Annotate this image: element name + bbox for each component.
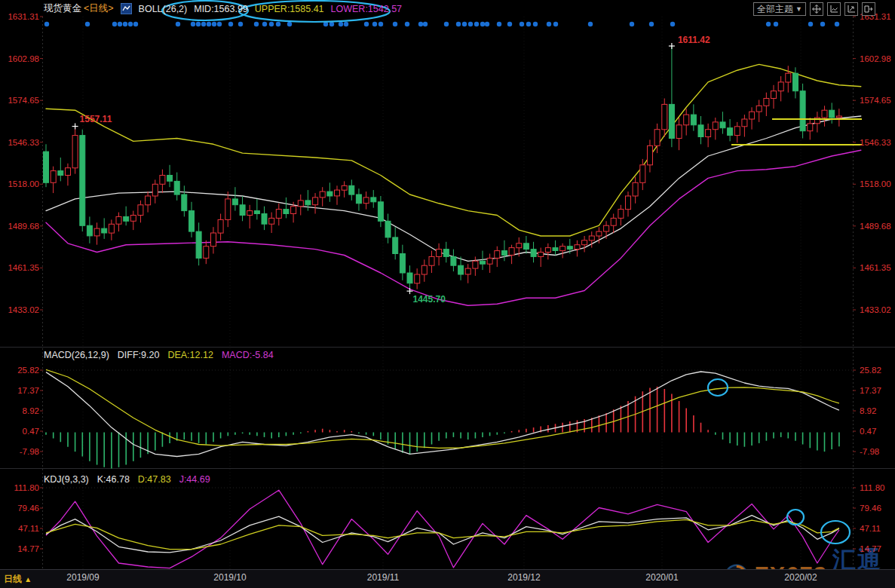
candle-body xyxy=(146,196,151,205)
y-axis-tick-label: 47.11 xyxy=(0,524,39,533)
event-dot[interactable] xyxy=(238,22,243,26)
candle-body xyxy=(473,261,478,268)
event-dots[interactable] xyxy=(44,22,839,26)
pane-detach-icon[interactable] xyxy=(862,2,875,16)
event-dot[interactable] xyxy=(287,22,292,26)
candle-body xyxy=(254,211,259,214)
axis-zoom-icon[interactable] xyxy=(844,2,858,16)
event-dot[interactable] xyxy=(497,22,501,26)
event-dot[interactable] xyxy=(196,22,201,26)
event-dot[interactable] xyxy=(128,22,133,26)
event-dot[interactable] xyxy=(269,22,274,26)
event-dot[interactable] xyxy=(820,22,825,26)
price-marker-label: 1611.42 xyxy=(678,35,710,45)
period-indicator[interactable]: 日线 ▲ xyxy=(4,573,32,586)
event-dot[interactable] xyxy=(474,22,479,26)
event-dot[interactable] xyxy=(44,22,49,26)
candle-body xyxy=(182,194,187,211)
candle-body xyxy=(124,216,129,221)
candle-body xyxy=(51,171,56,183)
y-axis-tick-label: 1489.68 xyxy=(0,222,39,231)
event-dot[interactable] xyxy=(123,22,127,26)
event-dot[interactable] xyxy=(118,22,122,26)
event-dot[interactable] xyxy=(670,22,675,26)
event-dot[interactable] xyxy=(774,22,778,26)
candle-body xyxy=(218,219,223,233)
event-dot[interactable] xyxy=(766,22,771,26)
macd-dea-line xyxy=(46,369,839,448)
event-dot[interactable] xyxy=(462,22,467,26)
event-dot[interactable] xyxy=(485,22,489,26)
event-dot[interactable] xyxy=(133,22,138,26)
crosshair-move-icon[interactable] xyxy=(810,2,823,16)
event-dot[interactable] xyxy=(262,22,267,26)
event-dot[interactable] xyxy=(112,22,117,26)
candle-body xyxy=(786,73,791,82)
candle-body xyxy=(276,210,281,219)
event-dot[interactable] xyxy=(379,22,383,26)
candle-body xyxy=(800,91,805,131)
candle-body xyxy=(66,168,71,176)
event-dot[interactable] xyxy=(418,22,423,26)
candle-body xyxy=(808,124,813,131)
event-dot[interactable] xyxy=(176,22,180,26)
event-dot[interactable] xyxy=(507,22,512,26)
event-dot[interactable] xyxy=(468,22,473,26)
event-dot[interactable] xyxy=(201,22,206,26)
chart-canvas[interactable]: 1557.111611.421445.70 xyxy=(0,0,895,588)
event-dot[interactable] xyxy=(520,22,524,26)
axis-range-icon[interactable] xyxy=(827,2,841,16)
y-axis-tick-label: 1546.33 xyxy=(860,138,895,147)
event-dot[interactable] xyxy=(444,22,449,26)
candle-body xyxy=(742,119,747,127)
event-dot[interactable] xyxy=(191,22,195,26)
candle-body xyxy=(204,247,209,259)
event-dot[interactable] xyxy=(212,22,216,26)
y-axis-tick-label: 1631.31 xyxy=(0,12,39,21)
event-dot[interactable] xyxy=(588,22,593,26)
theme-dropdown[interactable]: 全部主题 ▼ xyxy=(753,2,806,16)
event-dot[interactable] xyxy=(649,22,654,26)
y-axis-tick-label: 1602.98 xyxy=(0,54,39,63)
event-dot[interactable] xyxy=(217,22,222,26)
event-dot[interactable] xyxy=(526,22,531,26)
candle-body xyxy=(437,250,442,257)
candle-body xyxy=(196,231,201,258)
y-axis-tick-label: 47.11 xyxy=(860,524,895,533)
event-dot[interactable] xyxy=(393,22,397,26)
event-dot[interactable] xyxy=(553,22,558,26)
candle-body xyxy=(378,202,383,222)
indicator-icon[interactable] xyxy=(121,3,132,14)
event-dot[interactable] xyxy=(339,22,343,26)
event-dot[interactable] xyxy=(808,22,813,26)
candle-body xyxy=(764,99,769,106)
y-axis-tick-label: 1433.02 xyxy=(0,305,39,314)
candle-body xyxy=(509,248,514,256)
candle-body xyxy=(669,104,674,138)
event-dot[interactable] xyxy=(630,22,634,26)
y-axis-tick-label: 1602.98 xyxy=(860,54,895,63)
candle-body xyxy=(648,145,653,165)
time-axis-bar[interactable]: 日线 ▲ xyxy=(0,569,895,588)
event-dot[interactable] xyxy=(254,22,259,26)
y-axis-tick-label: 14.77 xyxy=(860,544,895,553)
event-dot[interactable] xyxy=(533,22,538,26)
event-dot[interactable] xyxy=(405,22,409,26)
event-dot[interactable] xyxy=(85,22,90,26)
event-dot[interactable] xyxy=(456,22,461,26)
event-dot[interactable] xyxy=(480,22,485,26)
event-dot[interactable] xyxy=(276,22,280,26)
y-axis-tick-label: 111.80 xyxy=(860,483,895,492)
candle-body xyxy=(684,115,689,125)
event-dot[interactable] xyxy=(344,22,348,26)
event-dot[interactable] xyxy=(423,22,428,26)
event-dot[interactable] xyxy=(372,22,377,26)
candle-body xyxy=(167,176,173,182)
event-dot[interactable] xyxy=(207,22,211,26)
y-axis-tick-label: 0.47 xyxy=(860,427,895,436)
event-dot[interactable] xyxy=(228,22,233,26)
event-dot[interactable] xyxy=(547,22,551,26)
macd-diff-value: DIFF:9.20 xyxy=(118,350,160,360)
event-dot[interactable] xyxy=(364,22,369,26)
event-dot[interactable] xyxy=(835,22,839,26)
